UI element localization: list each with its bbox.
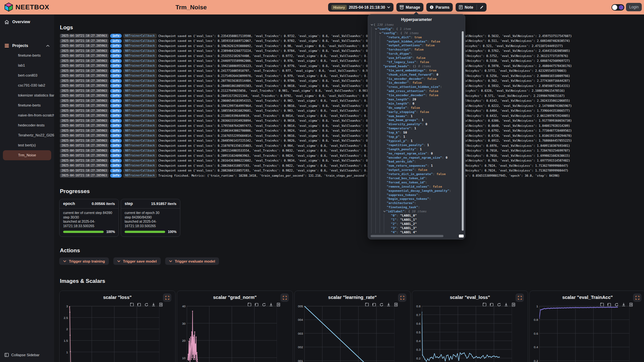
tree-row: "2": "LABEL_2" — [368, 222, 460, 226]
chart-plot-area[interactable]: 005004003002001 — [295, 306, 410, 362]
tree-indent-guide — [375, 102, 376, 106]
tree-indent-guide — [375, 122, 376, 126]
tree-row: "tie_encoder_decoder": false — [368, 93, 460, 97]
log-message: Checkpoint saved on {'eval_loss': 0.1941… — [158, 104, 572, 107]
log-line: 2025-04-16T21:18:27.205963infoNBTrainerC… — [60, 148, 641, 153]
app-logo[interactable]: NEETBOX — [5, 3, 49, 12]
log-message: Checkpoint saved on {'eval_loss': 0.1942… — [158, 64, 572, 68]
y-axis-tick-label: 3 — [60, 304, 68, 308]
tree-indent-guide — [380, 172, 380, 176]
log-level-badge: info — [110, 69, 122, 73]
tree-row: "pruned_heads": {} 0 items — [368, 64, 460, 69]
sidebar-item-project[interactable]: Trm_Noise — [3, 150, 51, 160]
popup-horizontal-scrollbar[interactable] — [371, 235, 443, 237]
action-trigger-button[interactable]: Trigger stop training — [59, 257, 109, 265]
tree-row: "max_length": 20 — [368, 97, 460, 102]
expand-chart-button[interactable] — [516, 293, 524, 302]
params-label: Params — [436, 5, 450, 10]
note-label: Note — [465, 5, 473, 10]
cube-logo-icon — [5, 3, 13, 12]
tree-row[interactable]: "id2label": { 10 items — [368, 209, 460, 214]
params-button[interactable]: Params — [426, 3, 453, 12]
log-timestamp-badge: 2025-04-16T21:18:27.205963 — [60, 59, 109, 63]
tree-row[interactable]: { 130 items — [368, 23, 460, 27]
login-button[interactable]: Login — [626, 3, 642, 11]
tree-row: "tie_word_embeddings": true — [368, 69, 460, 73]
sidebar-item-project[interactable]: naive-llm-from-scratch — [0, 110, 54, 120]
log-timestamp-badge: 2025-04-16T21:18:27.205963 — [60, 139, 109, 143]
log-level-badge: info — [110, 153, 122, 158]
tree-indent-guide — [371, 131, 372, 135]
tree-indent-guide — [384, 218, 384, 222]
log-message: Checkpoint saved on {'eval_loss': 0.2446… — [158, 59, 570, 62]
log-level-badge: info — [110, 54, 122, 58]
hyperparameter-tree[interactable]: { 130 items"config": { 1 item"config": {… — [368, 23, 460, 233]
sidebar-item-project[interactable]: tokenizer statistics llama... — [0, 90, 54, 100]
sidebar-item-project[interactable]: csc791-030 lab2 — [0, 80, 54, 90]
chart-plot-area[interactable]: 32.521.51 — [60, 306, 175, 362]
tree-indent-guide — [380, 152, 380, 156]
expand-chart-button[interactable] — [163, 293, 171, 302]
sidebar-item-project[interactable]: bert-conll03 — [0, 70, 54, 80]
log-list[interactable]: 2025-04-16T21:18:27.205963infoNBTrainerC… — [60, 33, 641, 178]
sidebar-item-projects[interactable]: Projects — [0, 42, 54, 50]
expand-chart-button[interactable] — [633, 293, 641, 302]
sidebar-projects-label: Projects — [12, 43, 28, 48]
history-dropdown[interactable]: History 2025-04-16 21:18:30 — [328, 3, 393, 12]
tree-indent-guide — [375, 60, 376, 64]
tree-indent-guide — [371, 85, 372, 89]
tree-row[interactable]: "config": { 74 items — [368, 31, 460, 35]
log-message: Checkpoint saved on {'eval_loss': 0.2112… — [158, 89, 565, 92]
tree-row: "4": "LABEL_4" — [368, 230, 460, 233]
chart-plot-area[interactable]: 10.80.60.40.2 — [530, 306, 644, 362]
collapse-sidebar-icon — [5, 353, 9, 357]
tree-indent-guide — [380, 185, 380, 189]
tree-collapse-arrow-icon[interactable] — [375, 27, 378, 31]
sidebar-item-project[interactable]: Terahertz_No22_Gl261_gl... — [0, 130, 54, 140]
log-source-badge: NBTrainerCallback — [123, 109, 157, 113]
chart-plot-area[interactable]: 0.80.70.60.50.40.30.2 — [412, 306, 528, 362]
theme-toggle[interactable]: ☾ — [611, 4, 624, 11]
log-line: 2025-04-16T21:18:27.205963infoNBTrainerC… — [60, 98, 641, 104]
log-message: Checkpoint saved on {'eval_loss': 0.2095… — [158, 154, 570, 157]
tree-indent-guide — [384, 230, 384, 233]
tree-row: "suppress_tokens": — [368, 193, 460, 197]
tree-indent-guide — [371, 102, 372, 106]
sidebar-item-project[interactable]: finetune-berts — [0, 51, 54, 60]
sidebar-item-project[interactable]: finetune-berts — [0, 100, 54, 110]
tree-collapse-arrow-icon[interactable] — [383, 209, 386, 214]
expand-chart-button[interactable] — [398, 293, 406, 302]
tree-indent-guide — [371, 40, 372, 44]
log-line: 2025-04-16T21:18:27.205963infoNBTrainerC… — [60, 113, 641, 118]
manage-button[interactable]: Manage — [396, 3, 423, 12]
tree-indent-guide — [380, 205, 380, 209]
y-axis-tick-label: 2.5 — [60, 316, 68, 320]
tree-row[interactable]: "config": { 1 item — [368, 27, 460, 31]
log-line: 2025-04-16T21:18:27.205963infoNBTrainerC… — [60, 163, 641, 168]
tree-indent-guide — [371, 160, 372, 164]
progress-card: step15.91857 iter/scurrent iter of epoch… — [121, 199, 180, 237]
y-axis-tick-label: 0.4 — [412, 339, 421, 343]
sidebar-item-project[interactable]: hedecoder-tests — [0, 120, 54, 130]
tree-indent-guide — [380, 230, 380, 233]
expand-chart-button[interactable] — [280, 293, 289, 302]
popup-vertical-scrollbar[interactable] — [462, 31, 464, 231]
tree-indent-guide — [371, 164, 372, 168]
log-message: Checkpoint saved on {'eval_loss': 0.2016… — [158, 159, 570, 162]
projects-list-icon — [5, 44, 9, 48]
action-trigger-button[interactable]: Trigger evaluate model — [165, 257, 219, 265]
chart-plot-area[interactable]: 40302010 — [177, 306, 293, 362]
action-trigger-button[interactable]: Trigger save model — [113, 257, 161, 265]
log-message: Checkpoint saved on {'eval_loss': 0.2092… — [158, 149, 570, 152]
tree-collapse-arrow-icon[interactable] — [379, 31, 382, 35]
log-level-badge: info — [110, 134, 122, 138]
edit-pencil-button[interactable] — [477, 3, 487, 12]
log-line: 2025-04-16T21:18:27.205963infoNBTrainerC… — [60, 128, 641, 134]
sidebar-item-project[interactable]: test bert(s) — [0, 140, 54, 150]
tree-indent-guide — [380, 60, 380, 64]
tree-collapse-arrow-icon[interactable] — [371, 23, 374, 27]
note-button[interactable]: Note — [456, 3, 477, 12]
sidebar-item-overview[interactable]: Overview — [0, 18, 54, 26]
collapse-sidebar-button[interactable]: Collapse Sidebar — [0, 351, 54, 359]
sidebar-item-project[interactable]: lab1 — [0, 60, 54, 70]
